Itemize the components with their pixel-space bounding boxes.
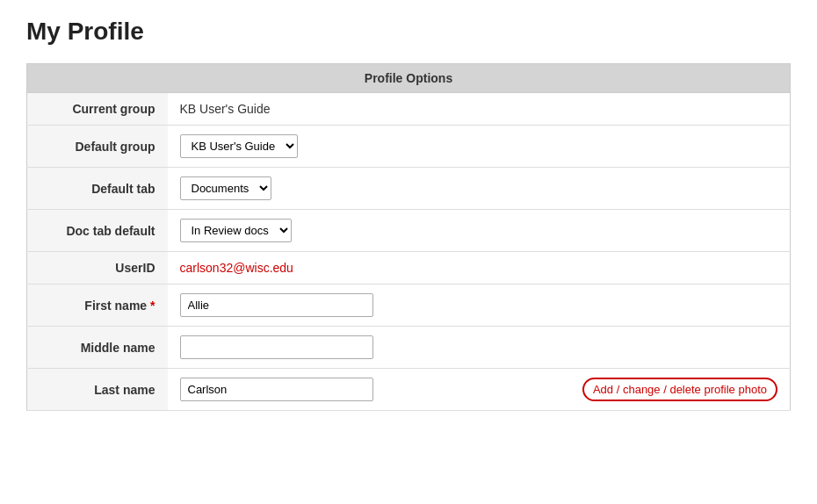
table-row: Default group KB User's Guide Other Grou…	[27, 126, 791, 168]
photo-link-cell: Add / change / delete profile photo	[391, 378, 778, 401]
first-name-label: First name *	[27, 284, 168, 327]
middle-name-input[interactable]	[180, 335, 373, 359]
table-row: First name *	[27, 284, 791, 327]
userid-cell: carlson32@wisc.edu	[168, 252, 791, 284]
default-tab-select[interactable]: Documents My Docs All Docs	[180, 176, 271, 200]
userid-link[interactable]: carlson32@wisc.edu	[180, 261, 293, 275]
profile-photo-link[interactable]: Add / change / delete profile photo	[582, 378, 777, 401]
first-name-input[interactable]	[180, 293, 373, 317]
userid-label: UserID	[27, 252, 168, 284]
doc-tab-default-select[interactable]: In Review docs All docs My docs	[180, 219, 292, 242]
default-group-cell: KB User's Guide Other Group	[168, 126, 791, 168]
table-row: Default tab Documents My Docs All Docs	[27, 168, 791, 210]
default-group-label: Default group	[27, 126, 168, 168]
last-name-cell: Add / change / delete profile photo	[168, 369, 791, 411]
profile-table: Profile Options Current group KB User's …	[26, 63, 791, 411]
page-title: My Profile	[26, 18, 791, 46]
last-name-input[interactable]	[180, 378, 373, 401]
first-name-cell	[168, 284, 791, 327]
middle-name-label: Middle name	[27, 327, 168, 369]
table-header: Profile Options	[27, 64, 791, 93]
current-group-value: KB User's Guide	[168, 93, 791, 126]
middle-name-cell	[168, 327, 791, 369]
doc-tab-default-cell: In Review docs All docs My docs	[168, 210, 791, 252]
table-row: Middle name	[27, 327, 791, 369]
current-group-label: Current group	[27, 93, 168, 126]
default-group-select[interactable]: KB User's Guide Other Group	[180, 134, 298, 158]
last-name-label: Last name	[27, 369, 168, 411]
doc-tab-default-label: Doc tab default	[27, 210, 168, 252]
table-row: Doc tab default In Review docs All docs …	[27, 210, 791, 252]
table-row: Current group KB User's Guide	[27, 93, 791, 126]
default-tab-label: Default tab	[27, 168, 168, 210]
default-tab-cell: Documents My Docs All Docs	[168, 168, 791, 210]
required-star: *	[150, 299, 155, 313]
table-row: Last name Add / change / delete profile …	[27, 369, 791, 411]
table-row: UserID carlson32@wisc.edu	[27, 252, 791, 284]
